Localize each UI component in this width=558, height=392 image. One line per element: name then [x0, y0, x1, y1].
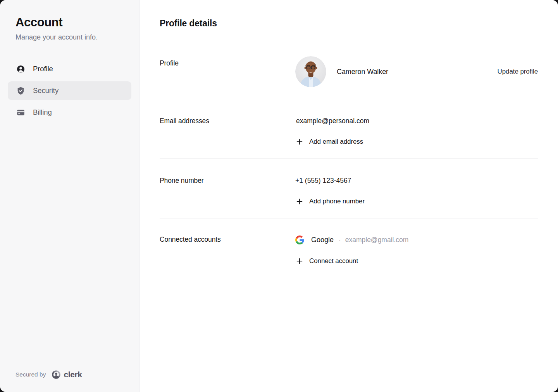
profile-section: Profile	[160, 42, 538, 99]
sidebar-header: Account Manage your account info.	[8, 15, 131, 42]
credit-card-icon	[16, 108, 25, 117]
email-section: Email addresses example@personal.com Add…	[160, 99, 538, 158]
sidebar-item-security[interactable]: Security	[8, 81, 131, 100]
connect-account-label: Connect account	[309, 257, 358, 265]
clerk-logo: clerk	[51, 370, 82, 380]
panel-title: Profile details	[160, 18, 538, 29]
email-value: example@personal.com	[295, 99, 538, 125]
connected-email-value: example@gmail.com	[345, 236, 409, 244]
user-circle-icon	[16, 65, 25, 74]
connect-account-button[interactable]: Connect account	[295, 256, 358, 265]
provider-name: Google	[311, 236, 334, 244]
add-email-label: Add email address	[309, 138, 363, 146]
sidebar: Account Manage your account info. Profil…	[0, 0, 140, 392]
profile-name: Cameron Walker	[337, 68, 388, 76]
sidebar-nav: Profile Security	[8, 60, 131, 122]
secured-by-label: Secured by	[16, 371, 46, 378]
connected-accounts-section: Connected accounts Google · example@gmai…	[160, 218, 538, 278]
clerk-logomark-icon	[51, 370, 61, 380]
sidebar-item-billing[interactable]: Billing	[8, 103, 131, 122]
sidebar-item-profile[interactable]: Profile	[8, 60, 131, 78]
plus-icon	[296, 138, 303, 145]
add-email-button[interactable]: Add email address	[295, 137, 363, 146]
update-profile-button[interactable]: Update profile	[498, 66, 538, 77]
sidebar-item-label: Billing	[33, 108, 52, 117]
sidebar-item-label: Security	[33, 86, 59, 95]
plus-icon	[296, 258, 303, 265]
phone-value: +1 (555) 123-4567	[295, 159, 538, 185]
page-title: Account	[16, 15, 124, 30]
profile-section-label: Profile	[160, 42, 295, 87]
phone-section: Phone number +1 (555) 123-4567 Add phone…	[160, 159, 538, 218]
phone-section-label: Phone number	[160, 159, 295, 205]
google-icon	[295, 236, 304, 244]
separator-dot: ·	[339, 236, 341, 244]
add-phone-button[interactable]: Add phone number	[295, 197, 365, 205]
sidebar-footer: Secured by	[8, 370, 131, 381]
add-phone-label: Add phone number	[309, 198, 365, 205]
connected-section-label: Connected accounts	[160, 218, 295, 265]
plus-icon	[296, 198, 303, 205]
clerk-wordmark: clerk	[64, 370, 82, 379]
email-section-label: Email addresses	[160, 99, 295, 146]
account-card: Account Manage your account info. Profil…	[0, 0, 558, 392]
sidebar-item-label: Profile	[33, 65, 53, 73]
avatar	[295, 56, 326, 87]
shield-check-icon	[16, 86, 25, 95]
connected-account-row: Google · example@gmail.com	[295, 218, 538, 244]
page-subtitle: Manage your account info.	[16, 33, 124, 42]
profile-details-panel: Profile details Profile	[140, 0, 558, 392]
